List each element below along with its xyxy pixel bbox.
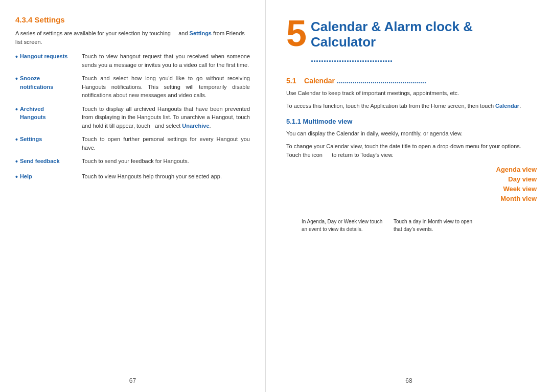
bullet-feedback: • bbox=[15, 157, 18, 167]
chapter-header: 5 Calendar & Alarm clock & Calculator ..… bbox=[286, 15, 537, 65]
page-number-left: 67 bbox=[129, 377, 136, 384]
desc-help: Touch to view Hangouts help through your… bbox=[82, 172, 250, 181]
chapter-title-block: Calendar & Alarm clock & Calculator ....… bbox=[311, 15, 537, 65]
desc-archived: Touch to display all archived Hangouts t… bbox=[82, 105, 250, 130]
settings-row-feedback: • Send feedback Touch to send your feedb… bbox=[15, 157, 250, 167]
view-labels: Agenda view Day view Week view Month vie… bbox=[286, 166, 537, 202]
term-snooze: • Snoozenotifications bbox=[15, 74, 82, 91]
right-page: 5 Calendar & Alarm clock & Calculator ..… bbox=[266, 0, 552, 392]
multimode-para1: You can display the Calendar in daily, w… bbox=[286, 129, 537, 138]
settings-row-settings: • Settings Touch to open further persona… bbox=[15, 135, 250, 152]
bullet-snooze: • bbox=[15, 74, 18, 84]
desc-hangout-requests: Touch to view hangout request that you r… bbox=[82, 52, 250, 69]
settings-row-help: • Help Touch to view Hangouts help throu… bbox=[15, 172, 250, 182]
settings-row-archived: • ArchivedHangouts Touch to display all … bbox=[15, 105, 250, 130]
month-view-label: Month view bbox=[500, 195, 537, 202]
term-archived: • ArchivedHangouts bbox=[15, 105, 82, 122]
bullet-archived: • bbox=[15, 105, 18, 115]
caption-left: In Agenda, Day or Week view touch an eve… bbox=[302, 218, 383, 233]
section-51-dots: ........................................… bbox=[337, 77, 426, 85]
section-title-left: 4.3.4 Settings bbox=[15, 15, 250, 24]
desc-settings: Touch to open further personal settings … bbox=[82, 135, 250, 152]
bullet-help: • bbox=[15, 172, 18, 182]
term-settings: • Settings bbox=[15, 135, 82, 145]
left-page: 4.3.4 Settings A series of settings are … bbox=[0, 0, 266, 392]
agenda-view-label: Agenda view bbox=[496, 166, 537, 173]
chapter-title: Calendar & Alarm clock & Calculator ....… bbox=[311, 15, 537, 65]
calendar-para1: Use Calendar to keep track of important … bbox=[286, 89, 537, 98]
calendar-para2: To access this function, touch the Appli… bbox=[286, 102, 537, 110]
desc-snooze: Touch and select how long you'd like to … bbox=[82, 74, 250, 100]
caption-right: Touch a day in Month view to open that d… bbox=[394, 218, 475, 233]
settings-row-hangout: • Hangout requests Touch to view hangout… bbox=[15, 52, 250, 69]
intro-paragraph: A series of settings are available for y… bbox=[15, 29, 250, 46]
week-view-label: Week view bbox=[503, 185, 537, 193]
desc-feedback: Touch to send your feedback for Hangouts… bbox=[82, 157, 250, 166]
chapter-number: 5 bbox=[286, 18, 307, 49]
term-feedback: • Send feedback bbox=[15, 157, 82, 167]
page-number-right: 68 bbox=[405, 377, 412, 384]
settings-row-snooze: • Snoozenotifications Touch and select h… bbox=[15, 74, 250, 100]
view-captions: In Agenda, Day or Week view touch an eve… bbox=[286, 218, 537, 233]
bullet-hangout: • bbox=[15, 52, 18, 62]
chapter-dots: ................................ bbox=[311, 54, 393, 64]
term-hangout-requests: • Hangout requests bbox=[15, 52, 82, 62]
settings-list: • Hangout requests Touch to view hangout… bbox=[15, 52, 250, 182]
bullet-settings: • bbox=[15, 135, 18, 145]
subsection-511-title: 5.1.1 Multimode view bbox=[286, 118, 537, 125]
term-help: • Help bbox=[15, 172, 82, 182]
day-view-label: Day view bbox=[508, 175, 537, 183]
section-51-header: 5.1 Calendar ...........................… bbox=[286, 77, 537, 85]
multimode-para2: To change your Calendar view, touch the … bbox=[286, 142, 537, 159]
